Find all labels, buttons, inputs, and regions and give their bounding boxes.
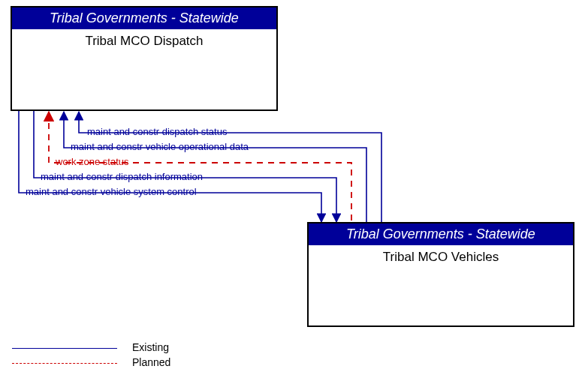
legend-swatch-existing	[12, 348, 117, 349]
entity-vehicles: Tribal Governments - Statewide Tribal MC…	[307, 222, 574, 327]
entity-vehicles-title: Tribal MCO Vehicles	[309, 245, 573, 265]
legend-swatch-planned	[12, 363, 117, 364]
entity-dispatch-title: Tribal MCO Dispatch	[12, 29, 276, 49]
flow-label-dispatch-status: maint and constr dispatch status	[87, 126, 227, 137]
flow-label-vehicle-op-data: maint and constr vehicle operational dat…	[71, 141, 249, 152]
entity-vehicles-header: Tribal Governments - Statewide	[309, 224, 573, 245]
flow-label-dispatch-information: maint and constr dispatch information	[41, 171, 203, 182]
entity-dispatch: Tribal Governments - Statewide Tribal MC…	[11, 6, 278, 111]
legend-label-planned: Planned	[132, 356, 170, 368]
flow-label-work-zone-status: work zone status	[56, 156, 129, 167]
flow-label-vehicle-system-control: maint and constr vehicle system control	[26, 186, 197, 197]
entity-dispatch-header: Tribal Governments - Statewide	[12, 8, 276, 29]
legend-label-existing: Existing	[132, 341, 169, 353]
